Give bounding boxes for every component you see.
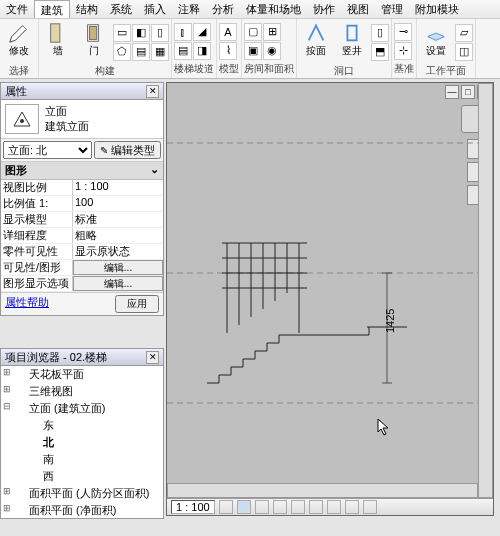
properties-help-link[interactable]: 属性帮助 <box>5 295 49 313</box>
prop-key: 视图比例 <box>1 180 73 195</box>
menu-协作[interactable]: 协作 <box>307 0 341 18</box>
door-button[interactable]: 门 <box>77 20 111 64</box>
menu-体量和场地[interactable]: 体量和场地 <box>240 0 307 18</box>
menu-建筑[interactable]: 建筑 <box>34 0 70 18</box>
prop-value[interactable]: 编辑... <box>73 276 163 291</box>
prop-value[interactable]: 100 <box>73 196 163 211</box>
by-face-button[interactable]: 按面 <box>299 20 333 64</box>
menu-文件[interactable]: 文件 <box>0 0 34 18</box>
tree-node[interactable]: 面积平面 (净面积) <box>1 502 163 518</box>
temp-hide-icon[interactable] <box>345 500 359 514</box>
menu-插入[interactable]: 插入 <box>138 0 172 18</box>
area-tool[interactable]: ▣ <box>244 42 262 60</box>
properties-panel: 属性✕ 立面建筑立面 立面: 北 ✎ 编辑类型 图形⌄ 视图比例1 : 100比… <box>0 82 164 316</box>
stair-tool[interactable]: ▤ <box>174 42 192 60</box>
build-small-tools: ▭ ◧ ▯ ⬠ ▤ ▦ <box>113 24 169 61</box>
tree-node[interactable]: 天花板平面 <box>1 366 163 383</box>
modify-label: 修改 <box>9 44 29 58</box>
svg-rect-2 <box>89 27 96 40</box>
visual-style-icon[interactable] <box>237 500 251 514</box>
model-text-tool[interactable]: A <box>219 23 237 41</box>
reveal-hidden-icon[interactable] <box>363 500 377 514</box>
window-tool[interactable]: ▭ <box>113 24 131 42</box>
prop-row[interactable]: 可见性/图形编辑... <box>1 260 163 276</box>
prop-row[interactable]: 视图比例1 : 100 <box>1 180 163 196</box>
ramp-tool[interactable]: ◢ <box>193 23 211 41</box>
view-control-bar: 1 : 100 <box>167 498 493 515</box>
drawing-viewport[interactable]: — □ ✕ 1425 1 : <box>166 82 494 516</box>
floor-tool[interactable]: ▦ <box>151 43 169 61</box>
type-selector[interactable]: 立面建筑立面 <box>1 100 163 139</box>
prop-row[interactable]: 零件可见性显示原状态 <box>1 244 163 260</box>
prop-row[interactable]: 显示模型标准 <box>1 212 163 228</box>
dormer-tool[interactable]: ⬒ <box>371 43 389 61</box>
shadows-icon[interactable] <box>273 500 287 514</box>
menu-结构[interactable]: 结构 <box>70 0 104 18</box>
byface-label: 按面 <box>306 44 326 58</box>
prop-value[interactable]: 粗略 <box>73 228 163 243</box>
crop-region-icon[interactable] <box>309 500 323 514</box>
menu-视图[interactable]: 视图 <box>341 0 375 18</box>
railing-tool[interactable]: ⫿ <box>174 23 192 41</box>
set-wp-label: 设置 <box>426 44 446 58</box>
modify-button[interactable]: 修改 <box>2 20 36 64</box>
sun-path-icon[interactable] <box>255 500 269 514</box>
prop-row[interactable]: 图形显示选项编辑... <box>1 276 163 292</box>
level-tool[interactable]: ⊸ <box>394 23 412 41</box>
column-tool[interactable]: ▯ <box>151 24 169 42</box>
menu-系统[interactable]: 系统 <box>104 0 138 18</box>
lock-3d-icon[interactable] <box>327 500 341 514</box>
room-sep-tool[interactable]: ⊞ <box>263 23 281 41</box>
component-tool[interactable]: ◧ <box>132 24 150 42</box>
instance-filter[interactable]: 立面: 北 <box>3 141 92 159</box>
grid-tool[interactable]: ⊹ <box>394 42 412 60</box>
prop-value[interactable]: 显示原状态 <box>73 244 163 259</box>
close-browser[interactable]: ✕ <box>146 351 159 364</box>
tag-tool[interactable]: ◉ <box>263 42 281 60</box>
prop-value[interactable]: 编辑... <box>73 260 163 275</box>
vertical-scrollbar[interactable] <box>478 83 493 498</box>
tree-node[interactable]: 立面 (建筑立面) <box>1 400 163 417</box>
prop-row[interactable]: 详细程度粗略 <box>1 228 163 244</box>
roof-tool[interactable]: ⬠ <box>113 43 131 61</box>
edit-type-button[interactable]: ✎ 编辑类型 <box>94 141 161 159</box>
set-workplane-button[interactable]: 设置 <box>419 20 453 64</box>
scale-display[interactable]: 1 : 100 <box>171 500 215 514</box>
prop-value[interactable]: 标准 <box>73 212 163 227</box>
stair2-tool[interactable]: ◨ <box>193 42 211 60</box>
prop-key: 详细程度 <box>1 228 73 243</box>
prop-row[interactable]: 比例值 1:100 <box>1 196 163 212</box>
detail-level-icon[interactable] <box>219 500 233 514</box>
wall-opening-tool[interactable]: ▯ <box>371 24 389 42</box>
vertical-label: 竖井 <box>342 44 362 58</box>
prop-value[interactable]: 1 : 100 <box>73 180 163 195</box>
svg-point-4 <box>20 119 24 123</box>
tree-node[interactable]: 东 <box>1 417 163 434</box>
menu-注释[interactable]: 注释 <box>172 0 206 18</box>
drawing-svg: 1425 <box>167 83 493 515</box>
crop-view-icon[interactable] <box>291 500 305 514</box>
model-line-tool[interactable]: ⌇ <box>219 42 237 60</box>
show-wp-tool[interactable]: ▱ <box>455 24 473 42</box>
menu-管理[interactable]: 管理 <box>375 0 409 18</box>
room-tool[interactable]: ▢ <box>244 23 262 41</box>
ceiling-tool[interactable]: ▤ <box>132 43 150 61</box>
horizontal-scrollbar[interactable] <box>167 483 478 498</box>
close-properties[interactable]: ✕ <box>146 85 159 98</box>
apply-button[interactable]: 应用 <box>115 295 159 313</box>
tree-node[interactable]: 西 <box>1 468 163 485</box>
tree-node[interactable]: 三维视图 <box>1 383 163 400</box>
vertical-button[interactable]: 竖井 <box>335 20 369 64</box>
wall-button[interactable]: 墙 <box>41 20 75 64</box>
expand-icon[interactable]: ⌄ <box>150 163 159 178</box>
ref-plane-tool[interactable]: ◫ <box>455 43 473 61</box>
group-graphics[interactable]: 图形 <box>5 163 27 178</box>
menu-附加模块[interactable]: 附加模块 <box>409 0 465 18</box>
tree-node[interactable]: 南 <box>1 451 163 468</box>
type-name: 建筑立面 <box>45 119 89 134</box>
menu-分析[interactable]: 分析 <box>206 0 240 18</box>
tree-node[interactable]: 北 <box>1 434 163 451</box>
prop-key: 显示模型 <box>1 212 73 227</box>
family-name: 立面 <box>45 104 89 119</box>
tree-node[interactable]: 面积平面 (人防分区面积) <box>1 485 163 502</box>
